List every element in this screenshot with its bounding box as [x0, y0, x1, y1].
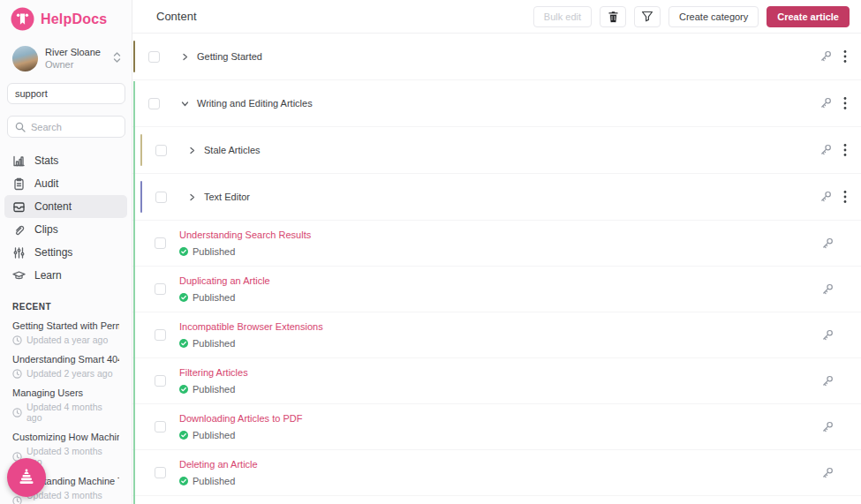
article-title-link[interactable]: Filtering Articles: [179, 367, 248, 378]
sidebar-item-label: Content: [34, 200, 72, 213]
avatar: [12, 46, 38, 71]
status-text: Published: [193, 476, 235, 486]
sliders-icon: [12, 246, 26, 260]
check-circle-icon: [179, 293, 188, 302]
key-icon[interactable]: [820, 374, 835, 388]
brand-logo: HelpDocs: [0, 0, 132, 31]
create-category-button[interactable]: Create category: [668, 6, 759, 27]
bar-chart-icon: [12, 154, 26, 168]
category-label[interactable]: Writing and Editing Articles: [197, 98, 313, 109]
article-title-link[interactable]: Duplicating an Article: [179, 275, 270, 286]
clock-icon: [12, 335, 22, 345]
check-circle-icon: [179, 385, 188, 394]
sidebar-item-content[interactable]: Content: [4, 195, 127, 218]
recent-article-title[interactable]: Customizing How Machine Tr...: [12, 432, 119, 442]
key-icon[interactable]: [819, 143, 833, 157]
status-badge: Published: [179, 430, 302, 440]
article-title-link[interactable]: Deleting an Article: [179, 459, 258, 470]
key-icon[interactable]: [819, 96, 833, 110]
status-badge: Published: [179, 338, 323, 349]
recent-article-title[interactable]: Understanding Smart 404 Pa...: [12, 354, 119, 365]
category-row: Getting Started: [132, 34, 861, 80]
row-checkbox[interactable]: [155, 145, 167, 156]
article-title-link[interactable]: Incompatible Browser Extensions: [179, 321, 323, 332]
check-circle-icon: [179, 339, 188, 348]
sidebar-item-label: Audit: [34, 177, 58, 190]
sidebar-item-learn[interactable]: Learn: [4, 264, 127, 287]
kebab-menu-icon[interactable]: [843, 143, 847, 157]
expanded-category-branch-line: [133, 81, 135, 504]
clock-icon: [12, 369, 22, 379]
row-checkbox[interactable]: [155, 421, 166, 433]
delete-button[interactable]: [600, 6, 626, 27]
bulk-edit-button[interactable]: Bulk edit: [533, 6, 592, 27]
key-icon[interactable]: [820, 466, 835, 480]
row-checkbox[interactable]: [155, 467, 166, 478]
sidebar-item-label: Learn: [34, 269, 62, 282]
key-icon[interactable]: [820, 282, 835, 297]
chevron-right-icon[interactable]: [181, 53, 189, 61]
filter-button[interactable]: [634, 6, 661, 27]
category-label[interactable]: Getting Started: [197, 51, 262, 62]
article-title-link[interactable]: Downloading Articles to PDF: [179, 413, 302, 424]
chevron-up-down-icon[interactable]: [113, 51, 121, 67]
status-badge: Published: [179, 292, 270, 303]
key-icon[interactable]: [819, 190, 833, 204]
key-icon[interactable]: [820, 237, 835, 251]
check-circle-icon: [179, 477, 188, 485]
category-row: Stale Articles: [132, 127, 861, 174]
kebab-menu-icon[interactable]: [843, 96, 847, 110]
article-row: Duplicating an Article Published: [132, 267, 861, 312]
chevron-down-icon[interactable]: [181, 100, 189, 108]
search-input[interactable]: [31, 122, 117, 132]
cake-icon: [17, 468, 36, 487]
check-circle-icon: [179, 431, 188, 440]
sidebar-item-settings[interactable]: Settings: [4, 241, 127, 264]
graduation-cap-icon: [12, 269, 26, 282]
row-checkbox[interactable]: [155, 237, 166, 249]
category-label[interactable]: Stale Articles: [204, 145, 261, 155]
row-checkbox[interactable]: [155, 375, 166, 387]
category-label[interactable]: Text Editor: [204, 192, 250, 202]
row-checkbox[interactable]: [155, 283, 166, 295]
create-article-button[interactable]: Create article: [767, 6, 850, 27]
recent-item[interactable]: Managing Users Updated 4 months ago: [0, 384, 132, 428]
row-checkbox[interactable]: [148, 51, 160, 63]
recent-article-title[interactable]: Getting Started with Permissi...: [12, 320, 119, 331]
help-widget-button[interactable]: [7, 458, 46, 497]
chevron-right-icon[interactable]: [188, 193, 196, 201]
key-icon[interactable]: [820, 328, 835, 342]
key-icon[interactable]: [820, 420, 835, 434]
search-icon: [15, 122, 26, 132]
account-switcher[interactable]: River Sloane Owner: [12, 46, 121, 71]
page-title: Content: [156, 10, 197, 23]
row-checkbox[interactable]: [148, 98, 160, 109]
sidebar-search[interactable]: [7, 116, 125, 138]
article-title-link[interactable]: Understanding Search Results: [179, 229, 311, 240]
article-row: Deleting an Article Published: [132, 450, 861, 496]
recent-item[interactable]: Getting Started with Permissi... Updated…: [0, 317, 132, 350]
status-text: Published: [193, 384, 235, 395]
sidebar-item-audit[interactable]: Audit: [4, 172, 127, 195]
account-subdomain-input[interactable]: [7, 83, 125, 104]
recent-article-title[interactable]: Managing Users: [12, 387, 119, 398]
sidebar-item-stats[interactable]: Stats: [4, 149, 127, 172]
sidebar-item-label: Stats: [34, 154, 58, 167]
recent-item[interactable]: Understanding Smart 404 Pa... Updated 2 …: [0, 350, 132, 384]
funnel-icon: [641, 11, 653, 22]
chevron-right-icon[interactable]: [188, 147, 196, 154]
kebab-menu-icon[interactable]: [843, 49, 847, 64]
row-checkbox[interactable]: [155, 329, 166, 341]
sidebar-item-label: Clips: [34, 223, 58, 236]
user-role: Owner: [45, 59, 101, 71]
status-badge: Published: [179, 246, 311, 257]
row-checkbox[interactable]: [155, 192, 167, 203]
brand-name: HelpDocs: [41, 11, 107, 27]
sidebar-item-clips[interactable]: Clips: [4, 218, 127, 241]
recent-updated-text: Updated 4 months ago: [26, 402, 119, 423]
paperclip-icon: [12, 223, 26, 237]
category-row: Writing and Editing Articles: [132, 80, 861, 127]
key-icon[interactable]: [819, 49, 833, 64]
recent-updated-text: Updated 3 months ago: [26, 490, 119, 504]
kebab-menu-icon[interactable]: [843, 190, 847, 204]
